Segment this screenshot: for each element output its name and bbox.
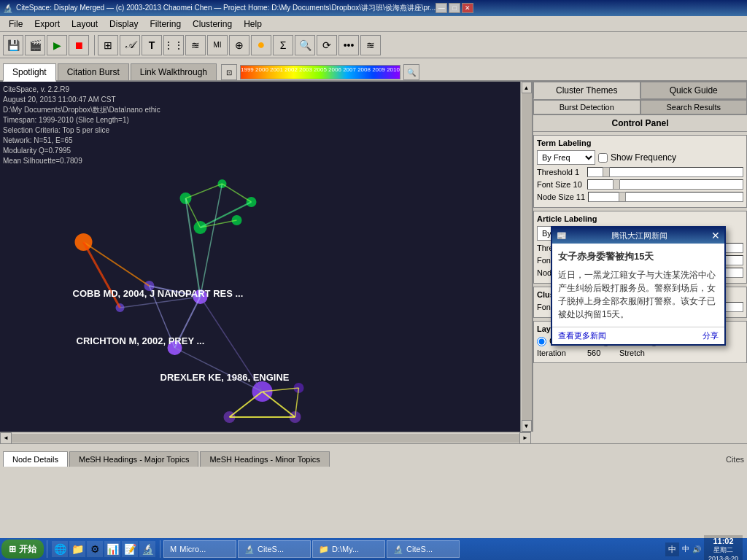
tab-link-walkthrough[interactable]: Link Walkthrough xyxy=(131,63,217,80)
toolbar-text[interactable]: T xyxy=(142,35,162,55)
hscroll-track xyxy=(12,434,519,443)
term-show-freq-checkbox[interactable] xyxy=(598,153,608,163)
scroll-up-btn[interactable]: ▲ xyxy=(522,82,532,93)
start-button[interactable]: ⊞ 开始 xyxy=(1,540,44,559)
zoom-fit-btn[interactable]: ⊡ xyxy=(221,64,237,80)
bottom-tab-node-details[interactable]: Node Details xyxy=(3,451,68,467)
term-font-slider[interactable] xyxy=(587,179,743,190)
ql-app4[interactable]: 📊 xyxy=(104,541,120,557)
menu-clustering[interactable]: Clustering xyxy=(187,18,238,31)
menu-display[interactable]: Display xyxy=(104,18,144,31)
scroll-left-btn[interactable]: ◄ xyxy=(0,432,12,444)
right-main-tabs: Cluster Themes Quick Guide xyxy=(533,82,747,100)
article-labeling-title: Article Labeling xyxy=(537,214,743,223)
right-sub-tabs: Burst Detection Search Results xyxy=(533,100,747,115)
taskbar-micro[interactable]: MMicro... xyxy=(163,540,236,558)
toolbar-save[interactable]: 💾 xyxy=(3,35,23,55)
taskbar-sep xyxy=(47,540,47,558)
tab-spotlight[interactable]: Spotlight xyxy=(3,63,56,82)
toolbar-dots[interactable]: ⋮⋮ xyxy=(163,35,184,55)
term-font-label: Font Size 10 xyxy=(537,180,584,189)
clock-display: 11:02 星期二 2013-8-20 xyxy=(704,535,743,561)
tab-quick-guide[interactable]: Quick Guide xyxy=(640,82,748,99)
toolbar-lines[interactable]: ≋ xyxy=(185,35,206,55)
toolbar-record[interactable]: 🎬 xyxy=(25,35,45,55)
term-labeling-title: Term Labeling xyxy=(537,139,743,147)
bottom-tab-mesh-minor[interactable]: MeSH Headings - Minor Topics xyxy=(200,451,329,467)
toolbar-sigma[interactable]: Σ xyxy=(273,35,293,55)
toolbar-refresh[interactable]: ⟳ xyxy=(317,35,337,55)
taskbar-cites1[interactable]: 🔬CiteS... xyxy=(238,540,311,558)
toolbar-dot[interactable]: ● xyxy=(251,35,271,55)
popup-share-link[interactable]: 分享 xyxy=(703,330,719,341)
ql-folder[interactable]: 📁 xyxy=(69,541,85,557)
maximize-button[interactable]: □ xyxy=(449,3,460,13)
start-icon: ⊞ xyxy=(9,544,16,554)
scroll-right-btn[interactable]: ► xyxy=(519,432,531,444)
ql-app5[interactable]: 📝 xyxy=(122,541,138,557)
tab-citation-burst[interactable]: Citation Burst xyxy=(58,63,129,80)
graph-panel[interactable]: CiteSpace, v. 2.2.R9 August 20, 2013 11:… xyxy=(0,82,532,432)
minimize-button[interactable]: — xyxy=(436,3,447,13)
toolbar-more[interactable]: ••• xyxy=(338,35,359,55)
subtab-search-results[interactable]: Search Results xyxy=(640,100,748,114)
svg-line-28 xyxy=(263,392,295,417)
subtab-burst-detection[interactable]: Burst Detection xyxy=(533,100,640,114)
term-label-dropdown[interactable]: By Freq By Citation By Centrality xyxy=(537,150,595,165)
term-label-dropdown-row: By Freq By Citation By Centrality Show F… xyxy=(537,150,743,165)
popup-title-bar: 📰 腾讯大江网新闻 ✕ xyxy=(552,228,724,244)
tabbar: Spotlight Citation Burst Link Walkthroug… xyxy=(0,58,747,82)
ql-app6[interactable]: 🔬 xyxy=(139,541,155,557)
clock-day: 星期二 xyxy=(708,545,738,555)
svg-line-8 xyxy=(84,242,150,286)
graph-svg: COBB MD, 2004, J NANOPART RES ... CRICHT… xyxy=(0,82,532,432)
toolbar-search[interactable]: 🔍 xyxy=(295,35,315,55)
term-threshold-row: Threshold 1 xyxy=(537,167,743,177)
title-text: CiteSpace: Display Merged — (c) 2003-201… xyxy=(16,3,436,13)
term-threshold-slider[interactable] xyxy=(587,167,743,177)
menu-filtering[interactable]: Filtering xyxy=(144,18,187,31)
toolbar-font-a[interactable]: 𝒜 xyxy=(120,35,140,55)
vscrollbar[interactable]: ▲ ▼ xyxy=(520,82,532,432)
taskbar-ime: 中 xyxy=(665,542,679,556)
svg-line-14 xyxy=(201,202,252,228)
term-node-slider[interactable] xyxy=(588,192,743,202)
close-button[interactable]: ✕ xyxy=(462,3,473,13)
scroll-track xyxy=(522,93,532,420)
svg-text:COBB MD,  2004,  J NANOPART RE: COBB MD, 2004, J NANOPART RES ... xyxy=(73,288,244,299)
toolbar-play[interactable]: ▶ xyxy=(47,35,67,55)
horizontal-scrollbar[interactable]: ◄ ► xyxy=(0,432,531,443)
toolbar-stop[interactable]: ⏹ xyxy=(69,35,89,55)
radio-cluster-view[interactable] xyxy=(537,337,546,346)
bottom-tab-mesh-major[interactable]: MeSH Headings - Major Topics xyxy=(69,451,198,467)
svg-line-11 xyxy=(222,184,252,202)
menu-layout[interactable]: Layout xyxy=(66,18,104,31)
svg-line-32 xyxy=(175,348,263,392)
popup-body: 女子赤身委警被拘15天 近日，一黑龙江籍女子与大连某洗浴中心产生纠纷后殴打服务员… xyxy=(552,244,724,327)
taskbar-cites2[interactable]: 🔬CiteS... xyxy=(387,540,460,558)
menu-help[interactable]: Help xyxy=(238,18,268,31)
popup-more-news-link[interactable]: 查看更多新闻 xyxy=(558,330,606,341)
popup-title-icon: 📰 xyxy=(557,231,567,241)
zoom-in-btn[interactable]: 🔍 xyxy=(403,64,419,80)
menu-export[interactable]: Export xyxy=(28,18,66,31)
taskbar-lang: 中 xyxy=(682,544,689,554)
ql-app3[interactable]: ⚙ xyxy=(87,541,103,557)
svg-line-17 xyxy=(201,184,222,297)
svg-text:DREXLER KE,  1986,  ENGINE: DREXLER KE, 1986, ENGINE xyxy=(160,372,290,383)
toolbar-circle[interactable]: ⊕ xyxy=(229,35,249,55)
taskbar-right: 中 中 🔊 11:02 星期二 2013-8-20 xyxy=(665,535,746,561)
clock-date: 2013-8-20 xyxy=(708,555,738,561)
menu-file[interactable]: File xyxy=(3,18,28,31)
taskbar-folder[interactable]: 📁D:\My... xyxy=(312,540,385,558)
ql-ie[interactable]: 🌐 xyxy=(52,541,68,557)
scroll-down-btn[interactable]: ▼ xyxy=(522,420,532,432)
cites-label: Cites xyxy=(726,455,744,467)
toolbar-mi[interactable]: MI xyxy=(207,35,228,55)
tab-cluster-themes[interactable]: Cluster Themes xyxy=(533,82,640,99)
popup-close-btn[interactable]: ✕ xyxy=(711,230,720,241)
toolbar-grid2[interactable]: ≋ xyxy=(360,35,381,55)
iteration-row: Iteration 560 Stretch xyxy=(537,349,743,357)
toolbar-grid[interactable]: ⊞ xyxy=(98,35,118,55)
popup-notification: 📰 腾讯大江网新闻 ✕ 女子赤身委警被拘15天 近日，一黑龙江籍女子与大连某洗浴… xyxy=(551,226,726,346)
